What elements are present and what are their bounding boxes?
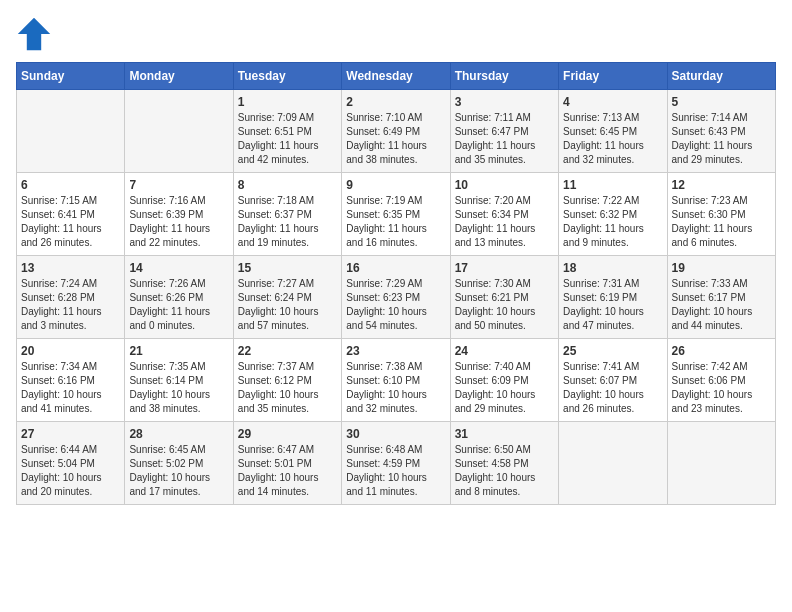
calendar-cell: 14Sunrise: 7:26 AM Sunset: 6:26 PM Dayli… bbox=[125, 256, 233, 339]
day-info: Sunrise: 7:30 AM Sunset: 6:21 PM Dayligh… bbox=[455, 277, 554, 333]
day-info: Sunrise: 7:10 AM Sunset: 6:49 PM Dayligh… bbox=[346, 111, 445, 167]
day-info: Sunrise: 7:38 AM Sunset: 6:10 PM Dayligh… bbox=[346, 360, 445, 416]
page-header bbox=[16, 16, 776, 52]
day-number: 19 bbox=[672, 261, 771, 275]
day-info: Sunrise: 7:11 AM Sunset: 6:47 PM Dayligh… bbox=[455, 111, 554, 167]
day-info: Sunrise: 7:13 AM Sunset: 6:45 PM Dayligh… bbox=[563, 111, 662, 167]
day-number: 31 bbox=[455, 427, 554, 441]
day-info: Sunrise: 7:37 AM Sunset: 6:12 PM Dayligh… bbox=[238, 360, 337, 416]
day-info: Sunrise: 7:24 AM Sunset: 6:28 PM Dayligh… bbox=[21, 277, 120, 333]
calendar-cell: 7Sunrise: 7:16 AM Sunset: 6:39 PM Daylig… bbox=[125, 173, 233, 256]
col-header-tuesday: Tuesday bbox=[233, 63, 341, 90]
day-info: Sunrise: 7:14 AM Sunset: 6:43 PM Dayligh… bbox=[672, 111, 771, 167]
day-info: Sunrise: 7:40 AM Sunset: 6:09 PM Dayligh… bbox=[455, 360, 554, 416]
calendar-cell: 17Sunrise: 7:30 AM Sunset: 6:21 PM Dayli… bbox=[450, 256, 558, 339]
day-number: 25 bbox=[563, 344, 662, 358]
calendar-week-3: 13Sunrise: 7:24 AM Sunset: 6:28 PM Dayli… bbox=[17, 256, 776, 339]
day-number: 14 bbox=[129, 261, 228, 275]
calendar-cell: 2Sunrise: 7:10 AM Sunset: 6:49 PM Daylig… bbox=[342, 90, 450, 173]
day-number: 2 bbox=[346, 95, 445, 109]
col-header-thursday: Thursday bbox=[450, 63, 558, 90]
day-number: 13 bbox=[21, 261, 120, 275]
calendar-cell: 27Sunrise: 6:44 AM Sunset: 5:04 PM Dayli… bbox=[17, 422, 125, 505]
calendar-cell: 30Sunrise: 6:48 AM Sunset: 4:59 PM Dayli… bbox=[342, 422, 450, 505]
day-number: 1 bbox=[238, 95, 337, 109]
calendar-cell: 15Sunrise: 7:27 AM Sunset: 6:24 PM Dayli… bbox=[233, 256, 341, 339]
calendar-cell bbox=[17, 90, 125, 173]
day-number: 10 bbox=[455, 178, 554, 192]
logo-icon bbox=[16, 16, 52, 52]
calendar-cell: 4Sunrise: 7:13 AM Sunset: 6:45 PM Daylig… bbox=[559, 90, 667, 173]
calendar-cell: 24Sunrise: 7:40 AM Sunset: 6:09 PM Dayli… bbox=[450, 339, 558, 422]
calendar-week-1: 1Sunrise: 7:09 AM Sunset: 6:51 PM Daylig… bbox=[17, 90, 776, 173]
col-header-wednesday: Wednesday bbox=[342, 63, 450, 90]
day-info: Sunrise: 7:22 AM Sunset: 6:32 PM Dayligh… bbox=[563, 194, 662, 250]
col-header-monday: Monday bbox=[125, 63, 233, 90]
day-info: Sunrise: 7:41 AM Sunset: 6:07 PM Dayligh… bbox=[563, 360, 662, 416]
day-number: 30 bbox=[346, 427, 445, 441]
day-info: Sunrise: 7:42 AM Sunset: 6:06 PM Dayligh… bbox=[672, 360, 771, 416]
day-info: Sunrise: 7:23 AM Sunset: 6:30 PM Dayligh… bbox=[672, 194, 771, 250]
day-number: 27 bbox=[21, 427, 120, 441]
day-number: 7 bbox=[129, 178, 228, 192]
day-info: Sunrise: 7:20 AM Sunset: 6:34 PM Dayligh… bbox=[455, 194, 554, 250]
day-number: 18 bbox=[563, 261, 662, 275]
day-number: 22 bbox=[238, 344, 337, 358]
day-number: 20 bbox=[21, 344, 120, 358]
calendar-cell: 28Sunrise: 6:45 AM Sunset: 5:02 PM Dayli… bbox=[125, 422, 233, 505]
day-info: Sunrise: 6:45 AM Sunset: 5:02 PM Dayligh… bbox=[129, 443, 228, 499]
calendar-cell: 11Sunrise: 7:22 AM Sunset: 6:32 PM Dayli… bbox=[559, 173, 667, 256]
calendar-cell: 3Sunrise: 7:11 AM Sunset: 6:47 PM Daylig… bbox=[450, 90, 558, 173]
day-info: Sunrise: 7:16 AM Sunset: 6:39 PM Dayligh… bbox=[129, 194, 228, 250]
day-info: Sunrise: 6:47 AM Sunset: 5:01 PM Dayligh… bbox=[238, 443, 337, 499]
day-number: 11 bbox=[563, 178, 662, 192]
day-number: 26 bbox=[672, 344, 771, 358]
day-info: Sunrise: 7:18 AM Sunset: 6:37 PM Dayligh… bbox=[238, 194, 337, 250]
day-number: 16 bbox=[346, 261, 445, 275]
header-row: SundayMondayTuesdayWednesdayThursdayFrid… bbox=[17, 63, 776, 90]
day-info: Sunrise: 7:27 AM Sunset: 6:24 PM Dayligh… bbox=[238, 277, 337, 333]
calendar-cell: 18Sunrise: 7:31 AM Sunset: 6:19 PM Dayli… bbox=[559, 256, 667, 339]
day-number: 12 bbox=[672, 178, 771, 192]
day-info: Sunrise: 7:19 AM Sunset: 6:35 PM Dayligh… bbox=[346, 194, 445, 250]
col-header-friday: Friday bbox=[559, 63, 667, 90]
day-info: Sunrise: 7:09 AM Sunset: 6:51 PM Dayligh… bbox=[238, 111, 337, 167]
calendar-cell: 20Sunrise: 7:34 AM Sunset: 6:16 PM Dayli… bbox=[17, 339, 125, 422]
day-number: 15 bbox=[238, 261, 337, 275]
calendar-cell: 29Sunrise: 6:47 AM Sunset: 5:01 PM Dayli… bbox=[233, 422, 341, 505]
day-info: Sunrise: 6:48 AM Sunset: 4:59 PM Dayligh… bbox=[346, 443, 445, 499]
day-number: 21 bbox=[129, 344, 228, 358]
calendar-cell: 16Sunrise: 7:29 AM Sunset: 6:23 PM Dayli… bbox=[342, 256, 450, 339]
calendar-cell: 21Sunrise: 7:35 AM Sunset: 6:14 PM Dayli… bbox=[125, 339, 233, 422]
calendar-cell: 26Sunrise: 7:42 AM Sunset: 6:06 PM Dayli… bbox=[667, 339, 775, 422]
day-info: Sunrise: 7:29 AM Sunset: 6:23 PM Dayligh… bbox=[346, 277, 445, 333]
calendar-cell bbox=[125, 90, 233, 173]
day-info: Sunrise: 7:33 AM Sunset: 6:17 PM Dayligh… bbox=[672, 277, 771, 333]
day-number: 4 bbox=[563, 95, 662, 109]
day-info: Sunrise: 7:26 AM Sunset: 6:26 PM Dayligh… bbox=[129, 277, 228, 333]
calendar-cell: 13Sunrise: 7:24 AM Sunset: 6:28 PM Dayli… bbox=[17, 256, 125, 339]
calendar-cell: 25Sunrise: 7:41 AM Sunset: 6:07 PM Dayli… bbox=[559, 339, 667, 422]
logo bbox=[16, 16, 56, 52]
day-number: 28 bbox=[129, 427, 228, 441]
calendar-week-2: 6Sunrise: 7:15 AM Sunset: 6:41 PM Daylig… bbox=[17, 173, 776, 256]
day-number: 5 bbox=[672, 95, 771, 109]
calendar-cell: 19Sunrise: 7:33 AM Sunset: 6:17 PM Dayli… bbox=[667, 256, 775, 339]
calendar-week-4: 20Sunrise: 7:34 AM Sunset: 6:16 PM Dayli… bbox=[17, 339, 776, 422]
calendar-cell: 6Sunrise: 7:15 AM Sunset: 6:41 PM Daylig… bbox=[17, 173, 125, 256]
day-info: Sunrise: 7:34 AM Sunset: 6:16 PM Dayligh… bbox=[21, 360, 120, 416]
calendar-table: SundayMondayTuesdayWednesdayThursdayFrid… bbox=[16, 62, 776, 505]
day-number: 29 bbox=[238, 427, 337, 441]
day-number: 8 bbox=[238, 178, 337, 192]
day-info: Sunrise: 7:31 AM Sunset: 6:19 PM Dayligh… bbox=[563, 277, 662, 333]
calendar-cell: 31Sunrise: 6:50 AM Sunset: 4:58 PM Dayli… bbox=[450, 422, 558, 505]
day-number: 9 bbox=[346, 178, 445, 192]
day-number: 3 bbox=[455, 95, 554, 109]
day-number: 17 bbox=[455, 261, 554, 275]
calendar-cell: 22Sunrise: 7:37 AM Sunset: 6:12 PM Dayli… bbox=[233, 339, 341, 422]
calendar-cell: 9Sunrise: 7:19 AM Sunset: 6:35 PM Daylig… bbox=[342, 173, 450, 256]
day-info: Sunrise: 7:35 AM Sunset: 6:14 PM Dayligh… bbox=[129, 360, 228, 416]
calendar-cell: 5Sunrise: 7:14 AM Sunset: 6:43 PM Daylig… bbox=[667, 90, 775, 173]
day-info: Sunrise: 6:50 AM Sunset: 4:58 PM Dayligh… bbox=[455, 443, 554, 499]
calendar-cell: 8Sunrise: 7:18 AM Sunset: 6:37 PM Daylig… bbox=[233, 173, 341, 256]
